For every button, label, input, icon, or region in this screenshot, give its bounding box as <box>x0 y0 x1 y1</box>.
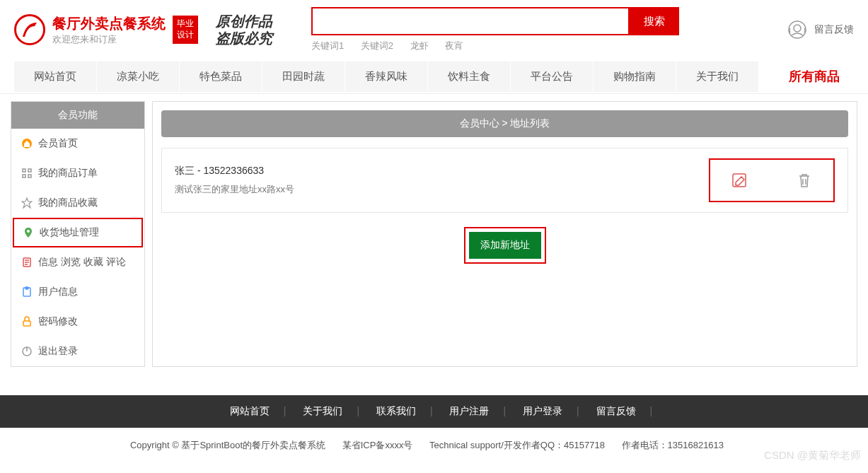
feedback-label: 留言反馈 <box>814 23 854 36</box>
sidebar-item-label: 用户信息 <box>38 286 78 298</box>
add-button-wrap: 添加新地址 <box>161 227 848 264</box>
clipboard-icon <box>21 286 33 298</box>
nav-cold-snacks[interactable]: 凉菜小吃 <box>97 62 179 92</box>
sidebar-item-favorites[interactable]: 我的商品收藏 <box>11 188 144 218</box>
keyword-link[interactable]: 夜宵 <box>445 40 463 51</box>
home-icon <box>21 138 33 149</box>
nav-shopping-guide[interactable]: 购物指南 <box>594 62 676 92</box>
footer-link-about[interactable]: 关于我们 <box>289 405 357 416</box>
sidebar-item-label: 我的商品订单 <box>38 167 98 180</box>
add-address-button[interactable]: 添加新地址 <box>469 232 541 259</box>
icp: 某省ICP备xxxx号 <box>342 440 413 450</box>
footer-link-home[interactable]: 网站首页 <box>216 405 284 416</box>
nav-special-dishes[interactable]: 特色菜品 <box>180 62 262 92</box>
sidebar-item-label: 信息 浏览 收藏 评论 <box>38 256 126 269</box>
sidebar: 会员功能 会员首页 我的商品订单 我的商品收藏 收货地址管理 信息 浏览 收藏 … <box>11 101 145 367</box>
sidebar-item-label: 退出登录 <box>38 345 78 358</box>
tech-support: Technical support/开发作者QQ：45157718 <box>429 440 605 450</box>
address-info: 张三 - 13522336633 测试张三的家里地址xx路xx号 <box>175 165 709 196</box>
footer-link-feedback[interactable]: 留言反馈 <box>582 405 650 416</box>
search-box: 搜索 <box>311 7 679 35</box>
search-input[interactable] <box>311 7 630 35</box>
logo-text: 餐厅外卖点餐系统 欢迎您来和订座 <box>52 14 166 46</box>
feedback-link[interactable]: 留言反馈 <box>787 20 854 40</box>
main-nav: 网站首页 凉菜小吃 特色菜品 田园时蔬 香辣风味 饮料主食 平台公告 购物指南 … <box>0 59 868 94</box>
svg-rect-6 <box>28 175 31 177</box>
footer-link-login[interactable]: 用户登录 <box>509 405 577 416</box>
keyword-link[interactable]: 关键词2 <box>361 40 393 51</box>
nav-announcements[interactable]: 平台公告 <box>511 62 593 92</box>
sidebar-header: 会员功能 <box>11 102 144 129</box>
logo-title: 餐厅外卖点餐系统 <box>52 14 166 33</box>
nav-home[interactable]: 网站首页 <box>14 62 96 92</box>
search-area: 搜索 关键词1 关键词2 龙虾 夜宵 <box>311 7 679 52</box>
svg-point-0 <box>789 21 806 38</box>
footer-link-register[interactable]: 用户注册 <box>435 405 503 416</box>
header: 餐厅外卖点餐系统 欢迎您来和订座 毕业设计 原创作品 盗版必究 搜索 关键词1 … <box>0 0 868 59</box>
address-detail: 测试张三的家里地址xx路xx号 <box>175 183 709 196</box>
keyword-link[interactable]: 龙虾 <box>410 40 429 51</box>
all-products-link[interactable]: 所有商品 <box>775 59 854 93</box>
sidebar-item-label: 收货地址管理 <box>40 226 99 239</box>
svg-rect-12 <box>25 287 28 289</box>
breadcrumb: 会员中心 > 地址列表 <box>161 110 848 137</box>
location-icon <box>23 227 34 238</box>
edit-icon[interactable] <box>731 173 747 188</box>
star-icon <box>21 197 33 209</box>
footer-info: Copyright © 基于SprintBoot的餐厅外卖点餐系统 某省ICP备… <box>0 428 868 463</box>
logo-icon <box>14 14 45 45</box>
search-keywords: 关键词1 关键词2 龙虾 夜宵 <box>311 40 679 52</box>
sidebar-item-user-info[interactable]: 用户信息 <box>11 277 144 307</box>
sidebar-item-label: 会员首页 <box>38 137 78 150</box>
nav-about[interactable]: 关于我们 <box>676 62 758 92</box>
main-container: 会员功能 会员首页 我的商品订单 我的商品收藏 收货地址管理 信息 浏览 收藏 … <box>0 94 868 374</box>
svg-rect-5 <box>23 175 25 177</box>
watermark: CSDN @黄菊华老师 <box>764 449 861 462</box>
nav-drinks[interactable]: 饮料主食 <box>428 62 510 92</box>
graduation-badge: 毕业设计 <box>173 16 198 43</box>
logo-area: 餐厅外卖点餐系统 欢迎您来和订座 毕业设计 原创作品 盗版必究 <box>14 13 272 47</box>
svg-rect-4 <box>28 169 31 172</box>
brush-slogan: 原创作品 盗版必究 <box>216 13 272 47</box>
copyright: Copyright © 基于SprintBoot的餐厅外卖点餐系统 <box>130 440 325 450</box>
power-icon <box>21 346 33 357</box>
svg-rect-13 <box>23 321 30 326</box>
support-icon <box>787 20 807 40</box>
delete-icon[interactable] <box>797 173 812 188</box>
address-actions <box>709 158 835 202</box>
add-button-highlight: 添加新地址 <box>464 227 546 264</box>
svg-rect-3 <box>23 169 25 172</box>
author-phone: 作者电话：13516821613 <box>622 440 724 450</box>
sidebar-item-addresses[interactable]: 收货地址管理 <box>13 218 143 247</box>
search-button[interactable]: 搜索 <box>630 7 679 35</box>
address-card: 张三 - 13522336633 测试张三的家里地址xx路xx号 <box>161 148 848 213</box>
lock-icon <box>21 316 33 327</box>
sidebar-item-label: 密码修改 <box>38 315 78 328</box>
grid-icon <box>21 168 33 179</box>
document-icon <box>21 257 33 268</box>
sidebar-item-password[interactable]: 密码修改 <box>11 307 144 337</box>
svg-point-1 <box>794 25 801 32</box>
sidebar-item-logout[interactable]: 退出登录 <box>11 337 144 366</box>
nav-spicy[interactable]: 香辣风味 <box>345 62 427 92</box>
nav-vegetables[interactable]: 田园时蔬 <box>262 62 345 92</box>
logo-subtitle: 欢迎您来和订座 <box>52 33 166 46</box>
footer-nav: 网站首页| 关于我们| 联系我们| 用户注册| 用户登录| 留言反馈| <box>0 395 868 428</box>
sidebar-item-label: 我的商品收藏 <box>38 197 98 209</box>
sidebar-item-member-home[interactable]: 会员首页 <box>11 129 144 158</box>
keyword-link[interactable]: 关键词1 <box>311 40 344 51</box>
address-name-phone: 张三 - 13522336633 <box>175 165 709 177</box>
footer-link-contact[interactable]: 联系我们 <box>362 405 430 416</box>
sidebar-item-orders[interactable]: 我的商品订单 <box>11 158 144 188</box>
sidebar-item-info-browse[interactable]: 信息 浏览 收藏 评论 <box>11 247 144 277</box>
content-area: 会员中心 > 地址列表 张三 - 13522336633 测试张三的家里地址xx… <box>152 101 857 367</box>
